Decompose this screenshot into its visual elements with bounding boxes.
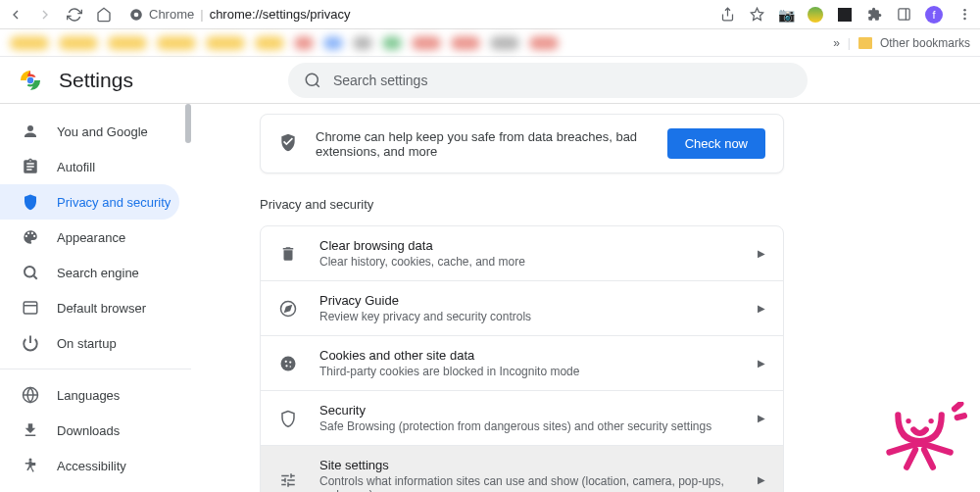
download-icon xyxy=(22,421,39,439)
chevron-right-icon: ▶ xyxy=(758,474,765,485)
sidebar-item-label: On startup xyxy=(57,336,117,351)
sidebar-item-languages[interactable]: Languages xyxy=(0,377,179,413)
svg-point-24 xyxy=(290,366,292,368)
check-now-button[interactable]: Check now xyxy=(667,128,765,159)
sidebar-divider xyxy=(0,369,191,369)
sidebar-item-you-and-google[interactable]: You and Google xyxy=(0,114,179,149)
svg-rect-13 xyxy=(24,302,37,314)
row-cookies[interactable]: Cookies and other site data Third-party … xyxy=(261,336,783,391)
bookmarks-blurred xyxy=(10,36,559,50)
row-security[interactable]: Security Safe Browsing (protection from … xyxy=(261,391,783,446)
sidebar-item-label: Default browser xyxy=(57,301,146,316)
star-icon[interactable] xyxy=(749,7,764,23)
trash-icon xyxy=(278,244,298,264)
svg-marker-19 xyxy=(285,305,291,311)
svg-point-4 xyxy=(963,9,966,12)
extension-icon-1[interactable] xyxy=(808,7,823,23)
sidebar: You and Google Autofill Privacy and secu… xyxy=(0,104,191,492)
home-icon[interactable] xyxy=(96,7,112,23)
svg-point-5 xyxy=(963,13,966,16)
svg-point-20 xyxy=(281,356,296,370)
palette-icon xyxy=(22,228,39,246)
tune-icon xyxy=(278,470,298,490)
reload-icon[interactable] xyxy=(67,7,82,23)
person-icon xyxy=(22,123,39,140)
address-bar[interactable]: Chrome | chrome://settings/privacy xyxy=(129,7,350,22)
chrome-logo-icon xyxy=(20,70,41,91)
content-area: Chrome can help keep you safe from data … xyxy=(191,104,980,492)
chevron-right-icon: ▶ xyxy=(758,413,765,423)
sidebar-item-label: Appearance xyxy=(57,230,125,245)
row-title: Site settings xyxy=(319,458,736,472)
row-title: Clear browsing data xyxy=(319,238,736,253)
panel-icon[interactable] xyxy=(896,7,911,23)
svg-point-11 xyxy=(27,125,33,131)
sidebar-item-autofill[interactable]: Autofill xyxy=(0,149,179,184)
svg-rect-2 xyxy=(898,9,908,20)
cookie-icon xyxy=(278,354,298,373)
settings-header: Settings Search settings xyxy=(0,57,980,104)
svg-point-12 xyxy=(24,267,35,277)
shield-check-icon xyxy=(278,132,298,156)
search-icon xyxy=(22,264,39,281)
power-icon xyxy=(22,334,39,352)
clipboard-icon xyxy=(22,158,39,175)
share-icon[interactable] xyxy=(719,7,735,23)
profile-avatar[interactable]: f xyxy=(925,6,943,24)
browser-toolbar: Chrome | chrome://settings/privacy 📷 f xyxy=(0,0,980,29)
section-title: Privacy and security xyxy=(260,197,784,212)
row-title: Privacy Guide xyxy=(319,293,736,308)
sidebar-item-label: Accessibility xyxy=(57,459,126,473)
row-clear-browsing-data[interactable]: Clear browsing data Clear history, cooki… xyxy=(261,226,783,281)
row-title: Security xyxy=(319,403,736,418)
sidebar-item-label: Languages xyxy=(57,388,120,403)
sidebar-item-label: Privacy and security xyxy=(57,195,171,210)
camera-icon[interactable]: 📷 xyxy=(778,7,794,23)
other-bookmarks-link[interactable]: Other bookmarks xyxy=(880,36,970,50)
menu-dots-icon[interactable] xyxy=(956,7,972,23)
shield-icon xyxy=(22,193,39,211)
sidebar-item-privacy-security[interactable]: Privacy and security xyxy=(0,184,179,220)
sidebar-item-label: Search engine xyxy=(57,266,139,280)
row-subtitle: Third-party cookies are blocked in Incog… xyxy=(319,365,736,378)
privacy-card: Clear browsing data Clear history, cooki… xyxy=(260,225,784,492)
back-icon[interactable] xyxy=(8,7,24,23)
row-subtitle: Clear history, cookies, cache, and more xyxy=(319,255,736,269)
sidebar-item-accessibility[interactable]: Accessibility xyxy=(0,448,179,483)
bookmarks-bar: » | Other bookmarks xyxy=(0,29,980,57)
sidebar-item-downloads[interactable]: Downloads xyxy=(0,413,179,448)
browser-icon xyxy=(22,299,39,317)
sidebar-item-appearance[interactable]: Appearance xyxy=(0,220,179,255)
forward-icon[interactable] xyxy=(37,7,53,23)
svg-point-17 xyxy=(29,459,32,462)
url-scheme: Chrome xyxy=(149,7,194,22)
search-icon xyxy=(304,72,321,89)
search-input[interactable]: Search settings xyxy=(288,63,808,98)
sidebar-item-label: Autofill xyxy=(57,160,95,174)
security-shield-icon xyxy=(278,409,298,428)
bookmarks-overflow-icon[interactable]: » xyxy=(833,36,840,50)
row-subtitle: Safe Browsing (protection from dangerous… xyxy=(319,419,736,433)
sidebar-item-search-engine[interactable]: Search engine xyxy=(0,255,179,290)
folder-icon xyxy=(858,37,872,49)
chevron-right-icon: ▶ xyxy=(758,248,765,259)
svg-point-21 xyxy=(285,360,287,362)
chrome-favicon-icon xyxy=(129,8,143,22)
svg-point-1 xyxy=(134,12,139,17)
row-privacy-guide[interactable]: Privacy Guide Review key privacy and sec… xyxy=(261,281,783,336)
sidebar-item-default-browser[interactable]: Default browser xyxy=(0,290,179,325)
row-site-settings[interactable]: Site settings Controls what information … xyxy=(261,446,783,492)
globe-icon xyxy=(22,386,39,404)
banner-text: Chrome can help keep you safe from data … xyxy=(316,129,650,159)
accessibility-icon xyxy=(22,457,39,474)
sidebar-item-system[interactable]: System xyxy=(0,483,179,492)
search-placeholder: Search settings xyxy=(333,73,428,88)
svg-point-22 xyxy=(289,361,291,363)
sidebar-item-label: You and Google xyxy=(57,124,148,139)
sidebar-item-on-startup[interactable]: On startup xyxy=(0,325,179,361)
svg-point-6 xyxy=(963,18,966,21)
chevron-right-icon: ▶ xyxy=(758,358,765,369)
extension-icon-2[interactable] xyxy=(837,7,853,23)
svg-point-9 xyxy=(27,76,33,82)
extensions-puzzle-icon[interactable] xyxy=(866,7,882,23)
